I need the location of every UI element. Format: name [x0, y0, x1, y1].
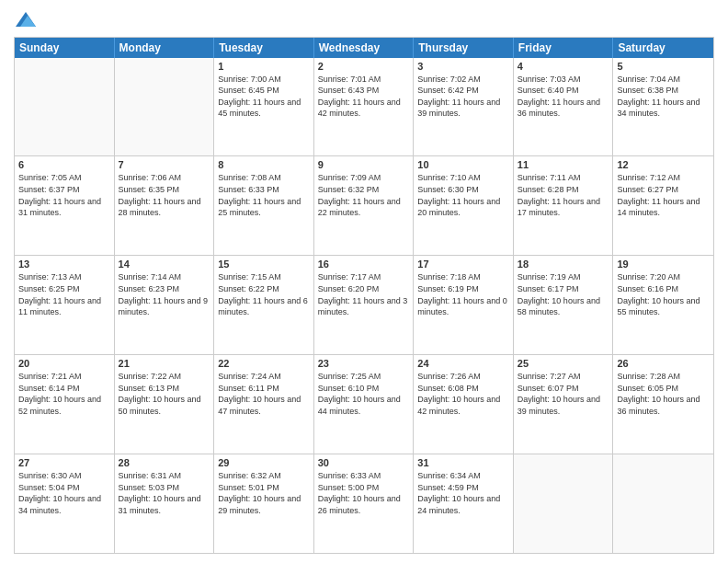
- calendar-cell: 18Sunrise: 7:19 AMSunset: 6:17 PMDayligh…: [514, 256, 614, 354]
- day-number: 17: [417, 259, 509, 270]
- cell-info: Sunrise: 6:32 AMSunset: 5:01 PMDaylight:…: [218, 470, 310, 516]
- weekday-header: Sunday: [15, 38, 115, 58]
- day-number: 31: [417, 457, 509, 468]
- cell-info: Sunrise: 7:09 AMSunset: 6:32 PMDaylight:…: [318, 172, 410, 218]
- day-number: 22: [218, 358, 310, 369]
- page: SundayMondayTuesdayWednesdayThursdayFrid…: [0, 0, 728, 563]
- calendar-cell: 8Sunrise: 7:08 AMSunset: 6:33 PMDaylight…: [214, 156, 314, 255]
- calendar-cell: 25Sunrise: 7:27 AMSunset: 6:07 PMDayligh…: [514, 355, 614, 454]
- cell-info: Sunrise: 7:00 AMSunset: 6:45 PMDaylight:…: [218, 74, 310, 120]
- cell-info: Sunrise: 7:24 AMSunset: 6:11 PMDaylight:…: [218, 371, 310, 417]
- logo: [14, 9, 36, 29]
- cell-info: Sunrise: 7:03 AMSunset: 6:40 PMDaylight:…: [518, 74, 609, 120]
- cell-info: Sunrise: 7:04 AMSunset: 6:38 PMDaylight:…: [617, 74, 710, 120]
- day-number: 24: [417, 358, 509, 369]
- day-number: 11: [518, 159, 609, 170]
- calendar-cell: 24Sunrise: 7:26 AMSunset: 6:08 PMDayligh…: [414, 355, 514, 454]
- calendar-cell: 14Sunrise: 7:14 AMSunset: 6:23 PMDayligh…: [115, 256, 215, 354]
- day-number: 27: [18, 457, 110, 468]
- calendar-body: 1Sunrise: 7:00 AMSunset: 6:45 PMDaylight…: [15, 58, 713, 553]
- day-number: 15: [218, 259, 310, 270]
- day-number: 29: [218, 457, 310, 468]
- cell-info: Sunrise: 7:27 AMSunset: 6:07 PMDaylight:…: [518, 371, 609, 417]
- day-number: 12: [617, 159, 710, 170]
- calendar-row: 13Sunrise: 7:13 AMSunset: 6:25 PMDayligh…: [15, 255, 713, 354]
- day-number: 9: [318, 159, 410, 170]
- calendar-cell: 15Sunrise: 7:15 AMSunset: 6:22 PMDayligh…: [214, 256, 314, 354]
- cell-info: Sunrise: 7:02 AMSunset: 6:42 PMDaylight:…: [417, 74, 509, 120]
- cell-info: Sunrise: 7:19 AMSunset: 6:17 PMDaylight:…: [518, 271, 609, 317]
- weekday-header: Monday: [115, 38, 215, 58]
- weekday-header: Friday: [514, 38, 614, 58]
- day-number: 2: [318, 61, 410, 72]
- calendar-cell: 30Sunrise: 6:33 AMSunset: 5:00 PMDayligh…: [314, 454, 415, 553]
- calendar-cell: 20Sunrise: 7:21 AMSunset: 6:14 PMDayligh…: [15, 355, 115, 454]
- day-number: 8: [218, 159, 310, 170]
- day-number: 4: [518, 61, 609, 72]
- calendar-cell: [115, 58, 215, 156]
- cell-info: Sunrise: 7:05 AMSunset: 6:37 PMDaylight:…: [18, 172, 110, 218]
- calendar-header: SundayMondayTuesdayWednesdayThursdayFrid…: [15, 38, 713, 58]
- cell-info: Sunrise: 7:14 AMSunset: 6:23 PMDaylight:…: [119, 271, 210, 317]
- cell-info: Sunrise: 7:26 AMSunset: 6:08 PMDaylight:…: [417, 371, 509, 417]
- day-number: 26: [617, 358, 710, 369]
- calendar-row: 6Sunrise: 7:05 AMSunset: 6:37 PMDaylight…: [15, 155, 713, 255]
- day-number: 10: [417, 159, 509, 170]
- day-number: 5: [617, 61, 710, 72]
- day-number: 30: [318, 457, 410, 468]
- calendar-cell: [15, 58, 115, 156]
- calendar-cell: 21Sunrise: 7:22 AMSunset: 6:13 PMDayligh…: [115, 355, 215, 454]
- calendar-cell: 23Sunrise: 7:25 AMSunset: 6:10 PMDayligh…: [314, 355, 415, 454]
- cell-info: Sunrise: 7:12 AMSunset: 6:27 PMDaylight:…: [617, 172, 710, 218]
- day-number: 25: [518, 358, 609, 369]
- cell-info: Sunrise: 6:33 AMSunset: 5:00 PMDaylight:…: [318, 470, 410, 516]
- day-number: 13: [18, 259, 110, 270]
- calendar-cell: 26Sunrise: 7:28 AMSunset: 6:05 PMDayligh…: [613, 355, 713, 454]
- calendar-cell: 28Sunrise: 6:31 AMSunset: 5:03 PMDayligh…: [115, 454, 215, 553]
- calendar-cell: 29Sunrise: 6:32 AMSunset: 5:01 PMDayligh…: [214, 454, 314, 553]
- cell-info: Sunrise: 6:30 AMSunset: 5:04 PMDaylight:…: [18, 470, 110, 516]
- cell-info: Sunrise: 6:34 AMSunset: 4:59 PMDaylight:…: [417, 470, 509, 516]
- calendar-cell: [514, 454, 614, 553]
- day-number: 23: [318, 358, 410, 369]
- cell-info: Sunrise: 7:13 AMSunset: 6:25 PMDaylight:…: [18, 271, 110, 317]
- cell-info: Sunrise: 7:10 AMSunset: 6:30 PMDaylight:…: [417, 172, 509, 218]
- calendar-cell: 22Sunrise: 7:24 AMSunset: 6:11 PMDayligh…: [214, 355, 314, 454]
- logo-text: [14, 9, 36, 29]
- day-number: 18: [518, 259, 609, 270]
- calendar-cell: 2Sunrise: 7:01 AMSunset: 6:43 PMDaylight…: [314, 58, 415, 156]
- calendar-cell: 1Sunrise: 7:00 AMSunset: 6:45 PMDaylight…: [214, 58, 314, 156]
- cell-info: Sunrise: 7:22 AMSunset: 6:13 PMDaylight:…: [119, 371, 210, 417]
- weekday-header: Wednesday: [314, 38, 415, 58]
- calendar-cell: 9Sunrise: 7:09 AMSunset: 6:32 PMDaylight…: [314, 156, 415, 255]
- calendar-cell: 17Sunrise: 7:18 AMSunset: 6:19 PMDayligh…: [414, 256, 514, 354]
- calendar: SundayMondayTuesdayWednesdayThursdayFrid…: [14, 37, 714, 554]
- calendar-row: 27Sunrise: 6:30 AMSunset: 5:04 PMDayligh…: [15, 454, 713, 553]
- cell-info: Sunrise: 7:01 AMSunset: 6:43 PMDaylight:…: [318, 74, 410, 120]
- weekday-header: Tuesday: [214, 38, 314, 58]
- header: [14, 9, 714, 29]
- cell-info: Sunrise: 7:06 AMSunset: 6:35 PMDaylight:…: [119, 172, 210, 218]
- weekday-header: Saturday: [613, 38, 713, 58]
- calendar-cell: 19Sunrise: 7:20 AMSunset: 6:16 PMDayligh…: [613, 256, 713, 354]
- day-number: 21: [119, 358, 210, 369]
- day-number: 19: [617, 259, 710, 270]
- day-number: 20: [18, 358, 110, 369]
- cell-info: Sunrise: 7:28 AMSunset: 6:05 PMDaylight:…: [617, 371, 710, 417]
- day-number: 3: [417, 61, 509, 72]
- calendar-row: 1Sunrise: 7:00 AMSunset: 6:45 PMDaylight…: [15, 58, 713, 156]
- day-number: 16: [318, 259, 410, 270]
- day-number: 14: [119, 259, 210, 270]
- cell-info: Sunrise: 7:25 AMSunset: 6:10 PMDaylight:…: [318, 371, 410, 417]
- calendar-cell: 3Sunrise: 7:02 AMSunset: 6:42 PMDaylight…: [414, 58, 514, 156]
- day-number: 28: [119, 457, 210, 468]
- cell-info: Sunrise: 7:21 AMSunset: 6:14 PMDaylight:…: [18, 371, 110, 417]
- day-number: 1: [218, 61, 310, 72]
- cell-info: Sunrise: 7:20 AMSunset: 6:16 PMDaylight:…: [617, 271, 710, 317]
- calendar-cell: 10Sunrise: 7:10 AMSunset: 6:30 PMDayligh…: [414, 156, 514, 255]
- day-number: 6: [18, 159, 110, 170]
- calendar-cell: 13Sunrise: 7:13 AMSunset: 6:25 PMDayligh…: [15, 256, 115, 354]
- calendar-cell: 4Sunrise: 7:03 AMSunset: 6:40 PMDaylight…: [514, 58, 614, 156]
- calendar-cell: 31Sunrise: 6:34 AMSunset: 4:59 PMDayligh…: [414, 454, 514, 553]
- calendar-cell: 11Sunrise: 7:11 AMSunset: 6:28 PMDayligh…: [514, 156, 614, 255]
